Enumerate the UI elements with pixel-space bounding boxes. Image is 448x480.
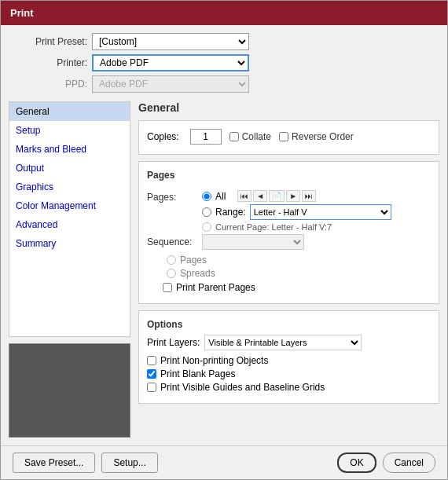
nav-last-btn[interactable]: ⏭ [302,190,316,202]
range-radio[interactable] [202,207,211,217]
sidebar-item-general[interactable]: General [9,102,130,121]
nonprinting-row: Print Non-printing Objects [147,355,431,366]
reverse-order-label: Reverse Order [279,131,354,142]
all-label: All [215,191,226,202]
blank-pages-checkbox[interactable] [147,369,156,379]
nav-next-btn[interactable]: ► [286,190,300,202]
sidebar-item-advanced[interactable]: Advanced [9,215,130,234]
pages-layout-label: Pages [180,255,207,266]
copies-input[interactable] [190,129,222,145]
top-fields: Print Preset: [Custom] Printer: Adobe PD… [1,25,447,101]
nonprinting-label: Print Non-printing Objects [160,355,268,366]
ok-button[interactable]: OK [337,453,376,473]
guides-row: Print Visible Guides and Baseline Grids [147,382,431,393]
setup-button[interactable]: Setup... [101,453,157,473]
current-page-row: Current Page: Letter - Half V:7 [202,222,431,232]
ppd-select[interactable]: Adobe PDF [92,75,249,93]
printer-row: Printer: Adobe PDF [17,54,431,71]
printer-label: Printer: [17,57,87,68]
sequence-row: Sequence: [147,234,431,250]
sidebar: General Setup Marks and Bleed Output Gra… [9,101,130,438]
cancel-button[interactable]: Cancel [383,453,435,473]
nav-prev-btn[interactable]: ◄ [253,190,267,202]
print-layers-select[interactable]: Visible & Printable Layers [204,335,362,350]
printer-select[interactable]: Adobe PDF [92,54,249,71]
sidebar-item-graphics[interactable]: Graphics [9,178,130,196]
print-preset-select[interactable]: [Custom] [92,33,249,50]
guides-label: Print Visible Guides and Baseline Grids [160,382,325,393]
pages-controls: All ⏮ ◄ 📄 ► ⏭ Range: [202,190,431,234]
spreads-radio-row: Spreads [167,268,431,279]
blank-pages-label: Print Blank Pages [160,368,235,379]
title-bar: Print [1,1,447,25]
options-panel: Options Print Layers: Visible & Printabl… [138,310,439,404]
print-preview [9,343,130,438]
range-row: Range: Letter - Half V [202,204,431,220]
ppd-row: PPD: Adobe PDF [17,75,431,93]
section-title: General [138,101,439,114]
sequence-label: Sequence: [147,236,202,247]
print-layers-label: Print Layers: [147,337,200,348]
preset-row: Print Preset: [Custom] [17,33,431,50]
all-radio[interactable] [202,192,211,201]
nav-buttons: ⏮ ◄ 📄 ► ⏭ [237,190,316,202]
nonprinting-checkbox[interactable] [147,356,156,365]
pages-radio-row: Pages [167,255,431,266]
range-label: Range: [215,207,246,218]
blank-pages-row: Print Blank Pages [147,368,431,379]
pages-col-label: Pages: [147,190,202,203]
copies-label: Copies: [147,131,179,142]
range-select[interactable]: Letter - Half V [250,204,391,220]
save-preset-button[interactable]: Save Preset... [13,453,95,473]
current-page-radio[interactable] [202,222,211,232]
reverse-order-checkbox[interactable] [279,132,288,141]
copies-panel: Copies: Collate Reverse Order [138,120,439,155]
pages-panel: Pages Pages: All ⏮ ◄ [138,161,439,304]
bottom-right-buttons: OK Cancel [337,453,435,473]
nav-page-btn[interactable]: 📄 [269,190,285,202]
print-parent-checkbox[interactable] [163,283,172,292]
pages-section-title: Pages [147,170,174,181]
sequence-select[interactable] [202,234,304,250]
content-area: General Copies: Collate Reverse Order [138,101,439,438]
collate-checkbox[interactable] [230,132,239,141]
print-dialog: Print Print Preset: [Custom] Printer: Ad… [0,0,448,480]
options-title: Options [147,319,431,330]
bottom-bar: Save Preset... Setup... OK Cancel [1,445,447,479]
guides-checkbox[interactable] [147,383,156,392]
current-page-text: Current Page: Letter - Half V:7 [215,222,332,232]
sidebar-nav: General Setup Marks and Bleed Output Gra… [9,101,130,337]
sidebar-item-color-management[interactable]: Color Management [9,196,130,215]
sidebar-item-setup[interactable]: Setup [9,121,130,140]
sidebar-item-output[interactable]: Output [9,159,130,178]
pages-row: Pages: All ⏮ ◄ 📄 ► ⏭ [147,190,431,234]
print-parent-row: Print Parent Pages [163,282,431,293]
sidebar-item-summary[interactable]: Summary [9,234,130,253]
spreads-label: Spreads [180,268,215,279]
dialog-title: Print [10,7,34,19]
preset-label: Print Preset: [17,36,87,47]
layout-radio-group: Pages Spreads [151,255,431,279]
bottom-left-buttons: Save Preset... Setup... [13,453,158,473]
pages-title-row: Pages [147,170,431,185]
spreads-radio[interactable] [167,269,176,278]
print-layers-row: Print Layers: Visible & Printable Layers [147,335,431,350]
sidebar-item-marks-bleed[interactable]: Marks and Bleed [9,140,130,159]
all-pages-row: All ⏮ ◄ 📄 ► ⏭ [202,190,431,202]
collate-label: Collate [230,131,271,142]
copies-row: Copies: Collate Reverse Order [147,129,431,145]
pages-layout-radio[interactable] [167,255,176,265]
ppd-label: PPD: [17,79,87,90]
nav-first-btn[interactable]: ⏮ [237,190,252,202]
print-parent-label: Print Parent Pages [176,282,255,293]
main-area: General Setup Marks and Bleed Output Gra… [1,101,447,445]
